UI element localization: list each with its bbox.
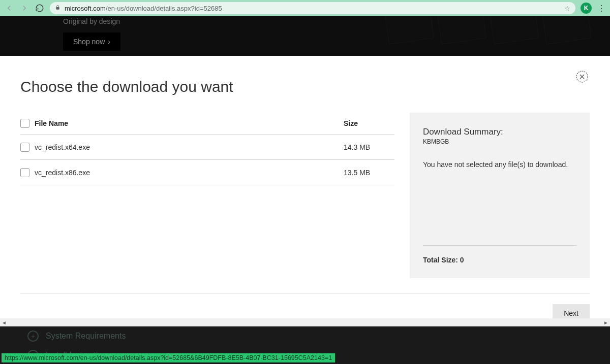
file-size: 14.3 MB bbox=[344, 143, 394, 151]
chevron-right-icon: › bbox=[108, 38, 110, 46]
close-icon[interactable] bbox=[575, 70, 589, 83]
col-header-filename: File Name bbox=[35, 119, 344, 127]
accordion-label: System Requirements bbox=[46, 332, 126, 341]
summary-message: You have not selected any file(s) to dow… bbox=[423, 160, 576, 169]
table-row: vc_redist.x64.exe 14.3 MB bbox=[20, 135, 394, 160]
file-size: 13.5 MB bbox=[344, 169, 394, 177]
shop-now-label: Shop now bbox=[73, 38, 105, 46]
shop-now-button[interactable]: Shop now › bbox=[63, 32, 120, 51]
scroll-right-icon[interactable]: ► bbox=[602, 318, 610, 326]
address-bar[interactable]: microsoft.com/en-us/download/details.asp… bbox=[50, 2, 575, 14]
file-name: vc_redist.x64.exe bbox=[35, 143, 344, 151]
summary-total: Total Size: 0 bbox=[423, 256, 576, 264]
divider bbox=[423, 245, 576, 246]
reload-icon[interactable] bbox=[35, 3, 45, 13]
summary-title: Download Summary: bbox=[423, 127, 576, 137]
download-chooser-modal: Choose the download you want File Name S… bbox=[0, 56, 610, 318]
back-icon[interactable] bbox=[4, 3, 14, 13]
scroll-left-icon[interactable]: ◄ bbox=[0, 318, 8, 326]
forward-icon[interactable] bbox=[19, 3, 29, 13]
content-area: Choose the download you want File Name S… bbox=[0, 56, 610, 318]
next-button[interactable]: Next bbox=[553, 304, 590, 318]
row-checkbox[interactable] bbox=[20, 143, 29, 152]
accordion-item[interactable]: + System Requirements bbox=[0, 326, 610, 346]
browser-toolbar: microsoft.com/en-us/download/details.asp… bbox=[0, 0, 610, 16]
hero-tagline: Original by design bbox=[63, 17, 610, 25]
hero-banner: Original by design Shop now › bbox=[0, 16, 610, 56]
profile-avatar[interactable]: K bbox=[581, 3, 592, 14]
select-all-checkbox[interactable] bbox=[20, 119, 29, 128]
bookmark-star-icon[interactable]: ☆ bbox=[564, 5, 570, 12]
lock-icon bbox=[55, 4, 60, 12]
file-name: vc_redist.x86.exe bbox=[35, 169, 344, 177]
table-header: File Name Size bbox=[20, 113, 394, 135]
file-table: File Name Size vc_redist.x64.exe 14.3 MB… bbox=[20, 113, 394, 278]
horizontal-scrollbar[interactable]: ◄ ► bbox=[0, 318, 610, 326]
table-row: vc_redist.x86.exe 13.5 MB bbox=[20, 160, 394, 185]
status-bar-link: https://www.microsoft.com/en-us/download… bbox=[2, 353, 335, 362]
browser-menu-icon[interactable]: ⋮ bbox=[597, 4, 606, 13]
download-summary-panel: Download Summary: KBMBGB You have not se… bbox=[410, 113, 590, 278]
col-header-size: Size bbox=[344, 119, 394, 127]
url-domain: microsoft.com bbox=[65, 5, 106, 12]
summary-subtitle: KBMBGB bbox=[423, 138, 576, 145]
svg-rect-0 bbox=[56, 7, 59, 10]
url-path: /en-us/download/details.aspx?id=52685 bbox=[106, 5, 222, 12]
row-checkbox[interactable] bbox=[20, 168, 29, 177]
expand-plus-icon: + bbox=[27, 330, 39, 342]
page-footer: ◄ ► + System Requirements + Install Inst… bbox=[0, 318, 610, 364]
modal-title: Choose the download you want bbox=[20, 78, 590, 95]
